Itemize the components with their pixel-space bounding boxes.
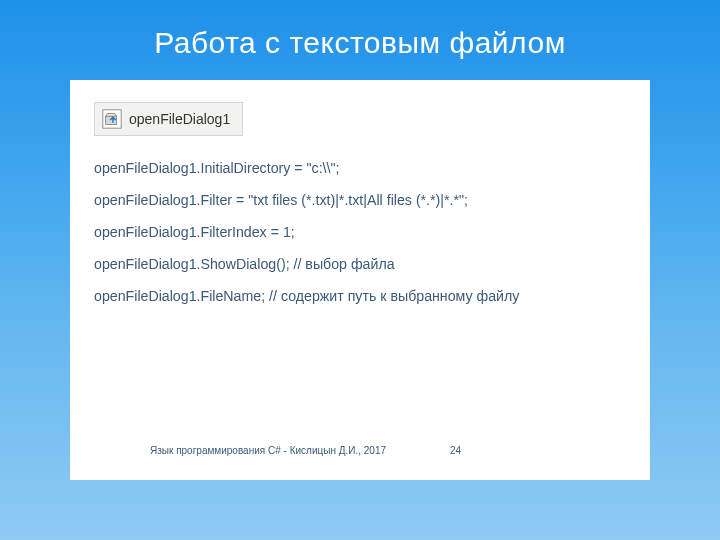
slide-title: Работа с текстовым файлом — [0, 26, 720, 60]
code-line: openFileDialog1.Filter = "txt files (*.t… — [94, 192, 650, 208]
openfiledialog-control: openFileDialog1 — [94, 102, 243, 136]
open-file-dialog-icon — [101, 108, 123, 130]
code-line: openFileDialog1.FilterIndex = 1; — [94, 224, 650, 240]
content-box: openFileDialog1 openFileDialog1.InitialD… — [70, 80, 650, 480]
openfiledialog-label: openFileDialog1 — [129, 111, 230, 127]
code-line: openFileDialog1.InitialDirectory = "c:\\… — [94, 160, 650, 176]
footer-author: Язык программирования C# - Кислицын Д.И.… — [150, 445, 386, 456]
code-block: openFileDialog1.InitialDirectory = "c:\\… — [94, 160, 650, 304]
code-line: openFileDialog1.ShowDialog(); // выбор ф… — [94, 256, 650, 272]
page-number: 24 — [450, 445, 461, 456]
slide: Работа с текстовым файлом openFileDialog… — [0, 0, 720, 540]
code-line: openFileDialog1.FileName; // содержит пу… — [94, 288, 650, 304]
svg-rect-1 — [106, 116, 117, 124]
slide-footer: Язык программирования C# - Кислицын Д.И.… — [150, 445, 710, 456]
